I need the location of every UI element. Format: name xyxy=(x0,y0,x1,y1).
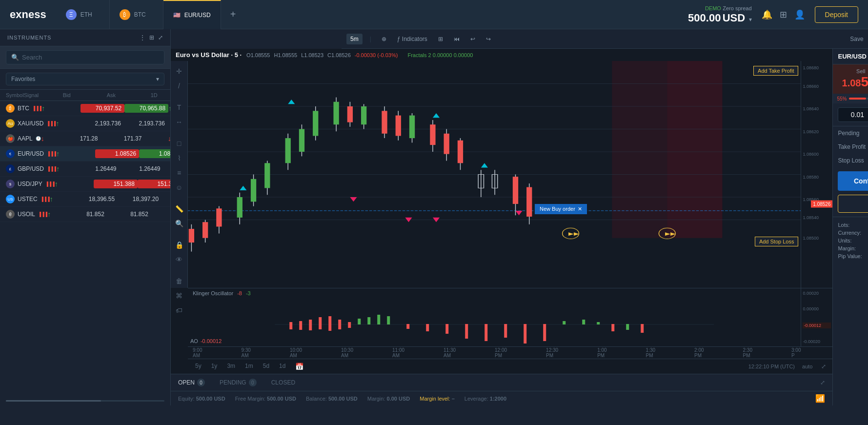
expand-chart-icon[interactable]: ⤢ xyxy=(820,362,828,371)
usoil-signal: ↑ xyxy=(47,210,86,218)
period-5d-button[interactable]: 5d xyxy=(261,362,272,371)
usdjpy-inst-icon: $ xyxy=(6,180,15,188)
ao-value: -0.00012 xyxy=(201,338,222,344)
trash-icon[interactable]: 🗑 xyxy=(174,276,184,286)
new-buy-order-label[interactable]: New Buy order ✕ xyxy=(535,204,587,214)
list-item[interactable]: Au XAU/USD ▐▐▐ ↑ 2,193.736 2,193.736 ↑ xyxy=(0,116,170,131)
sidebar-title: INSTRUMENTS xyxy=(7,35,51,40)
indicators-button[interactable]: ƒ Indicators xyxy=(394,34,430,44)
eye-icon[interactable]: 👁 xyxy=(174,254,184,265)
price-axis: 1.08680 1.08660 1.08640 1.08620 1.08600 … xyxy=(801,61,832,288)
gbp-symbol: GBP/USD xyxy=(18,165,44,172)
svg-marker-58 xyxy=(350,197,357,202)
new-buy-order-text: New Buy order xyxy=(540,206,575,212)
price-label-8: 1.08540 xyxy=(803,215,819,220)
crosshair-icon[interactable]: ⊕ xyxy=(379,34,389,44)
list-item[interactable]: £ GBP/USD ▐▐▐ ↑ 1.26449 1.26449 — xyxy=(0,162,170,177)
svg-rect-71 xyxy=(328,316,331,331)
timeframe-5m-button[interactable]: 5m xyxy=(346,34,363,44)
list-item[interactable]: 🍎 AAPL 🕐 ↓ 171.28 171.37 ↓ xyxy=(0,131,170,146)
list-item[interactable]: US USTEC ▐▐▐ ↑ 18,396.55 18,397.20 — xyxy=(0,192,170,207)
cancel-button[interactable]: Cancel xyxy=(838,195,868,213)
deposit-button[interactable]: Deposit xyxy=(815,6,858,23)
svg-rect-41 xyxy=(430,124,435,145)
balance-dropdown-icon[interactable]: ▾ xyxy=(749,16,752,23)
svg-rect-79 xyxy=(426,324,429,331)
list-item[interactable]: $ USD/JPY ▐▐▐ ↑ 151.388 151.388 — xyxy=(0,177,170,192)
trend-line-icon[interactable]: / xyxy=(177,81,182,91)
sell-tab[interactable]: Sell 1.08526 xyxy=(833,64,868,94)
left-sidebar: INSTRUMENTS ⋮ ⊞ ⤢ 🔍 Search Favorites ▾ S… xyxy=(0,29,171,405)
tab-btc-label: BTC xyxy=(134,11,146,18)
gbp-inst-icon: £ xyxy=(6,164,15,173)
period-5y-button[interactable]: 5y xyxy=(193,362,204,371)
fractals-label: Fractals 2 0.00000 0.00000 xyxy=(407,52,473,58)
search-input[interactable]: 🔍 Search xyxy=(6,50,164,64)
usdjpy-signal-bars: ▐▐▐ xyxy=(45,182,55,186)
lot-size-input[interactable] xyxy=(838,107,868,122)
ruler-icon[interactable]: 📏 xyxy=(174,203,185,214)
undo-icon[interactable]: ↩ xyxy=(467,34,478,44)
sidebar-header: INSTRUMENTS ⋮ ⊞ ⤢ xyxy=(0,29,170,46)
tab-eth[interactable]: Ξ ETH xyxy=(56,0,110,29)
confirm-buy-button[interactable]: Confirm Buy 0.01 lots xyxy=(838,171,868,191)
tag-icon[interactable]: 🏷 xyxy=(174,305,184,316)
new-buy-order-close-icon[interactable]: ✕ xyxy=(578,206,582,212)
period-1y-button[interactable]: 1y xyxy=(209,362,220,371)
scroll-thumb xyxy=(6,400,101,402)
tab-eurusd[interactable]: 🇺🇸 EUR/USD xyxy=(163,0,221,29)
lock-icon[interactable]: 🔒 xyxy=(174,240,185,250)
time-200: 2:00 PM xyxy=(694,347,704,358)
eth-icon: Ξ xyxy=(66,9,77,20)
layout-icon[interactable]: ⊞ xyxy=(435,34,446,44)
balance-amount: 500.00 xyxy=(688,12,721,24)
add-take-profit-button[interactable]: Add Take Profit xyxy=(753,66,798,76)
tab-open-orders[interactable]: OPEN 0 xyxy=(178,379,205,386)
svg-rect-83 xyxy=(504,324,507,338)
time-1030: 10:30 AM xyxy=(341,347,353,358)
xau-up-arrow: ↑ xyxy=(56,120,59,127)
tab-pending-orders[interactable]: PENDING 0 xyxy=(220,379,257,386)
period-3m-button[interactable]: 3m xyxy=(224,362,238,371)
period-1m-button[interactable]: 1m xyxy=(242,362,256,371)
alarm-icon[interactable]: 🔔 xyxy=(762,9,772,20)
account-icon[interactable]: 👤 xyxy=(794,9,805,20)
margin-level-value: – xyxy=(452,396,455,402)
replay-back-icon[interactable]: ⏮ xyxy=(451,34,463,44)
fibonacci-icon[interactable]: ⌇ xyxy=(176,153,182,163)
svg-rect-91 xyxy=(641,324,644,333)
favorites-select[interactable]: Favorites ▾ xyxy=(6,73,164,85)
measure-icon[interactable]: ↔ xyxy=(174,117,184,127)
emoji-icon[interactable]: ☺ xyxy=(174,182,184,193)
calendar-icon[interactable]: 📅 xyxy=(293,362,306,371)
channel-icon[interactable]: ≡ xyxy=(176,167,182,178)
magnet-icon[interactable]: ⌘ xyxy=(174,290,184,301)
grid-icon[interactable]: ⊞ xyxy=(780,9,787,20)
rectangle-icon[interactable]: □ xyxy=(176,138,182,149)
right-order-panel: EUR/USD ☰ ⟩⟩ Sell 1.08526 xyxy=(832,49,868,405)
list-item[interactable]: € EUR/USD ▐▐▐ ↑ 1.08526 1.08526 ↑ xyxy=(0,146,170,162)
orders-expand-icon[interactable]: ⤢ xyxy=(820,379,825,386)
tab-closed-orders[interactable]: CLOSED xyxy=(271,379,295,386)
save-button[interactable]: Save xyxy=(847,34,866,44)
sidebar-menu-icon[interactable]: ⋮ xyxy=(140,34,145,41)
chart-bottom-bar: 5y 1y 3m 1m 5d 1d 📅 12:22:10 PM (UTC) au… xyxy=(188,359,832,374)
sidebar-grid-icon[interactable]: ⊞ xyxy=(149,34,154,41)
usoil-up-arrow: ↑ xyxy=(47,210,51,218)
list-item[interactable]: 🛢 USOIL ▐▐▐ ↑ 81.852 81.852 — xyxy=(0,207,170,222)
lots-label: Lots: xyxy=(838,222,849,228)
crosshair-tool-icon[interactable]: ✛ xyxy=(175,66,183,77)
period-1d-button[interactable]: 1d xyxy=(277,362,288,371)
zoom-plus-icon[interactable]: 🔍 xyxy=(174,218,185,229)
wifi-status-icon: 📶 xyxy=(815,394,825,403)
usdjpy-ask: 151.388 xyxy=(138,180,170,188)
add-stop-loss-button[interactable]: Add Stop Loss xyxy=(755,237,799,246)
redo-icon[interactable]: ↪ xyxy=(483,34,494,44)
svg-rect-90 xyxy=(626,324,629,330)
text-tool-icon[interactable]: T xyxy=(176,102,183,113)
add-tab-button[interactable]: + xyxy=(221,0,245,29)
tab-btc[interactable]: ₿ BTC xyxy=(110,0,163,29)
chart-svg: ▶▶ ▶▶ xyxy=(171,61,832,288)
list-item[interactable]: ₿ BTC ▐▐▐ ↑ 70,937.52 70,965.88 ↑ xyxy=(0,101,170,116)
sidebar-expand-icon[interactable]: ⤢ xyxy=(158,34,163,41)
